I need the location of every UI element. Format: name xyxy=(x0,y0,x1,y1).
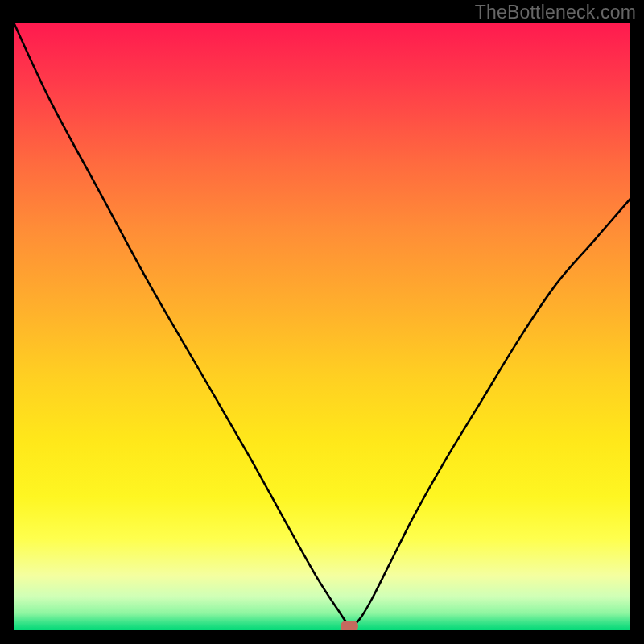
bottleneck-curve xyxy=(14,23,630,630)
watermark-label: TheBottleneck.com xyxy=(475,2,636,23)
plot-area xyxy=(14,23,630,630)
chart-frame: TheBottleneck.com xyxy=(0,0,644,644)
optimum-marker xyxy=(341,621,358,630)
